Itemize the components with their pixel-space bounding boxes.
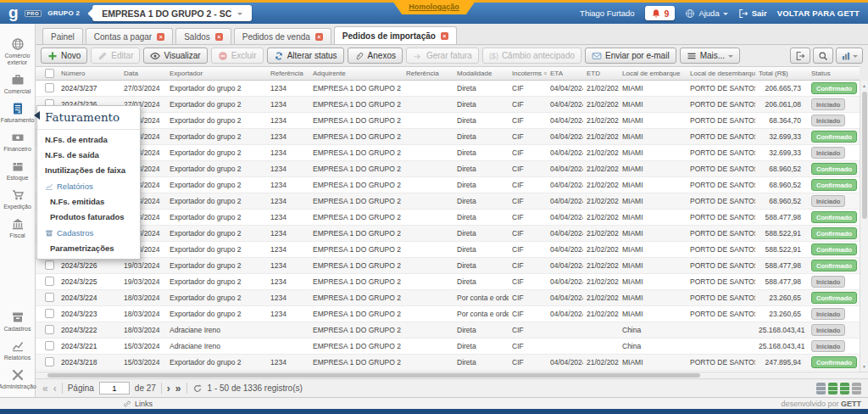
menu-item-produtos-faturados[interactable]: Produtos faturados bbox=[37, 209, 140, 224]
sidebar-item-comercial[interactable]: Comercial bbox=[0, 73, 36, 95]
table-row[interactable]: 2024/3/23122/03/2024Exportador do grupo … bbox=[36, 177, 860, 193]
cell-acq: EMPRESA 1 DO GRUPO 2 bbox=[309, 277, 403, 286]
tab-pedidos-de-importacao[interactable]: Pedidos de importação× bbox=[334, 26, 457, 44]
table-row[interactable]: 2024/3/22921/03/2024Exportador do grupo … bbox=[36, 210, 860, 226]
export-file-icon[interactable] bbox=[852, 383, 861, 394]
row-checkbox[interactable] bbox=[45, 341, 54, 350]
column-header-status[interactable]: Status bbox=[808, 67, 858, 80]
toolbar-button-enviar-por-e-mail[interactable]: Enviar por e-mail bbox=[585, 48, 676, 64]
column-header-eta[interactable]: ETA bbox=[547, 67, 583, 80]
export-file-icon[interactable] bbox=[840, 383, 849, 394]
sidebar-item-fiscal[interactable]: Fiscal bbox=[0, 217, 36, 239]
export-button[interactable] bbox=[790, 48, 810, 64]
tab-close-icon[interactable]: × bbox=[215, 33, 223, 41]
column-header-exportador[interactable]: Exportador bbox=[166, 67, 267, 80]
row-checkbox[interactable] bbox=[45, 83, 54, 92]
table-row[interactable]: 2024/3/23222/03/2024Exportador do grupo … bbox=[36, 161, 860, 177]
table-row[interactable]: 2024/3/22519/03/2024Exportador do grupo … bbox=[36, 274, 860, 290]
company-selector[interactable]: EMPRESA 1 DO GRUPO 2 - SC bbox=[92, 5, 252, 21]
tab-painel[interactable]: Painel bbox=[42, 28, 83, 44]
row-checkbox[interactable] bbox=[45, 309, 54, 318]
sidebar-item-relatorios[interactable]: Relatórios bbox=[0, 339, 36, 361]
table-row[interactable]: 2024/3/22218/03/2024Adraciane IrenoEMPRE… bbox=[36, 322, 860, 338]
row-checkbox[interactable] bbox=[45, 260, 54, 270]
tab-close-icon[interactable]: × bbox=[157, 33, 164, 41]
row-checkbox[interactable] bbox=[45, 357, 54, 366]
table-row[interactable]: 2024/3/22820/03/2024Exportador do grupo … bbox=[36, 226, 860, 242]
horizontal-scrollbar[interactable] bbox=[36, 372, 868, 378]
table-row[interactable]: 2024/3/23727/03/2024Exportador do grupo … bbox=[36, 81, 860, 97]
logout-button[interactable]: Sair bbox=[738, 8, 767, 19]
table-row[interactable]: 2024/3/21815/03/2024Exportador do grupo … bbox=[36, 355, 860, 371]
scrollbar-thumb[interactable] bbox=[862, 92, 867, 219]
column-header-modalidade[interactable]: Modalidade bbox=[453, 67, 509, 80]
sidebar-item-comercio-exterior[interactable]: Comércio exterior bbox=[0, 37, 36, 66]
notifications-button[interactable]: 9 bbox=[645, 6, 676, 20]
vertical-scrollbar[interactable]: ▲ ▼ bbox=[860, 81, 868, 372]
column-header-adquirente[interactable]: Adquirente bbox=[309, 67, 403, 80]
table-row[interactable]: 2024/3/23022/03/2024Exportador do grupo … bbox=[36, 193, 860, 210]
next-page-button[interactable]: › bbox=[167, 383, 170, 394]
table-row[interactable]: 2024/3/22719/03/2024Exportador do grupo … bbox=[36, 242, 860, 258]
column-header-incoterms[interactable]: Incoterms≡ bbox=[509, 67, 547, 80]
column-header-local-de-embarque[interactable]: Local de embarque bbox=[619, 67, 687, 80]
row-checkbox[interactable] bbox=[45, 277, 54, 286]
toolbar-button-novo[interactable]: Novo bbox=[41, 48, 87, 64]
charts-button[interactable] bbox=[836, 48, 863, 64]
chevron-down-icon bbox=[723, 13, 728, 18]
table-row[interactable]: 2024/3/22619/03/2024Exportador do grupo … bbox=[36, 258, 860, 274]
table-row[interactable]: 2024/3/22318/03/2024Exportador do grupo … bbox=[36, 306, 860, 322]
sidebar-item-estoque[interactable]: Estoque bbox=[0, 159, 36, 182]
search-button[interactable] bbox=[813, 48, 833, 64]
tab-close-icon[interactable]: × bbox=[315, 33, 323, 41]
menu-item-n-fs-de-entrada[interactable]: N.Fs. de entrada bbox=[37, 131, 140, 147]
toolbar-button-visualizar[interactable]: Visualizar bbox=[143, 48, 207, 64]
tab-pedidos-de-venda[interactable]: Pedidos de venda× bbox=[234, 28, 331, 44]
refresh-icon[interactable] bbox=[192, 383, 203, 394]
row-checkbox[interactable] bbox=[45, 293, 54, 302]
menu-item-n-fs-de-saida[interactable]: N.Fs. de saída bbox=[37, 147, 140, 162]
back-to-gett-link[interactable]: VOLTAR PARA GETT bbox=[777, 8, 860, 18]
scroll-up-icon[interactable]: ▲ bbox=[860, 83, 868, 88]
column-header-local-de-desembarque[interactable]: Local de desembarque bbox=[687, 67, 755, 80]
column-header-numero[interactable]: Número bbox=[58, 67, 120, 80]
column-header-referencia[interactable]: Referência bbox=[267, 67, 309, 80]
menu-item-n-fs-emitidas[interactable]: N.Fs. emitidas bbox=[37, 193, 140, 209]
tab-close-icon[interactable]: × bbox=[441, 32, 448, 40]
scroll-down-icon[interactable]: ▼ bbox=[860, 364, 868, 369]
sidebar-item-expedicao[interactable]: Expedição bbox=[0, 188, 36, 210]
sidebar-item-financeiro[interactable]: Financeiro bbox=[0, 131, 36, 153]
export-file-icon[interactable] bbox=[828, 383, 837, 394]
export-file-icon[interactable] bbox=[816, 383, 826, 394]
help-menu[interactable]: Ajuda bbox=[685, 8, 727, 19]
page-input[interactable] bbox=[99, 382, 130, 394]
column-header-data[interactable]: Data bbox=[120, 67, 166, 80]
cell-emb: China bbox=[619, 342, 687, 350]
tab-saldos[interactable]: Saldos× bbox=[175, 28, 231, 44]
select-all-checkbox[interactable] bbox=[45, 69, 54, 78]
previous-page-button[interactable]: ‹ bbox=[53, 383, 57, 394]
column-header-total-r[interactable]: Total (R$) bbox=[755, 67, 808, 80]
column-header-select[interactable] bbox=[36, 67, 58, 80]
sidebar-item-cadastros[interactable]: Cadastros bbox=[0, 310, 36, 333]
menu-item-inutilizacoes-de-faixa[interactable]: Inutilizações de faixa bbox=[37, 162, 140, 177]
last-page-button[interactable]: » bbox=[175, 383, 181, 394]
column-header-etd[interactable]: ETD bbox=[583, 67, 619, 80]
sidebar-item-administracao[interactable]: Administração bbox=[0, 368, 36, 390]
table-row[interactable]: 2024/3/23326/03/2024Exportador do grupo … bbox=[36, 145, 860, 161]
first-page-button[interactable]: « bbox=[42, 383, 48, 394]
table-row[interactable]: 2024/3/22418/03/2024Exportador do grupo … bbox=[36, 290, 860, 306]
toolbar-button-alterar-status[interactable]: Alterar status bbox=[267, 48, 344, 64]
table-row[interactable]: 2024/3/23627/03/2024Exportador do grupo … bbox=[36, 97, 860, 113]
table-row[interactable]: 2024/3/23426/03/2024Exportador do grupo … bbox=[36, 129, 860, 145]
table-row[interactable]: 2024/3/23526/03/2024Exportador do grupo … bbox=[36, 113, 860, 129]
tab-contas-a-pagar[interactable]: Contas a pagar× bbox=[86, 28, 173, 44]
row-checkbox[interactable] bbox=[45, 325, 54, 334]
scrollbar-thumb[interactable] bbox=[47, 373, 700, 378]
menu-item-parametrizacoes[interactable]: Parametrizações bbox=[37, 240, 140, 255]
toolbar-button-mais[interactable]: Mais... bbox=[680, 48, 740, 64]
toolbar-button-anexos[interactable]: Anexos bbox=[348, 48, 403, 64]
table-row[interactable]: 2024/3/22115/03/2024Adraciane IrenoEMPRE… bbox=[36, 338, 860, 355]
column-header-referencia[interactable]: Referência bbox=[403, 67, 453, 80]
links-label[interactable]: Links bbox=[135, 400, 153, 408]
